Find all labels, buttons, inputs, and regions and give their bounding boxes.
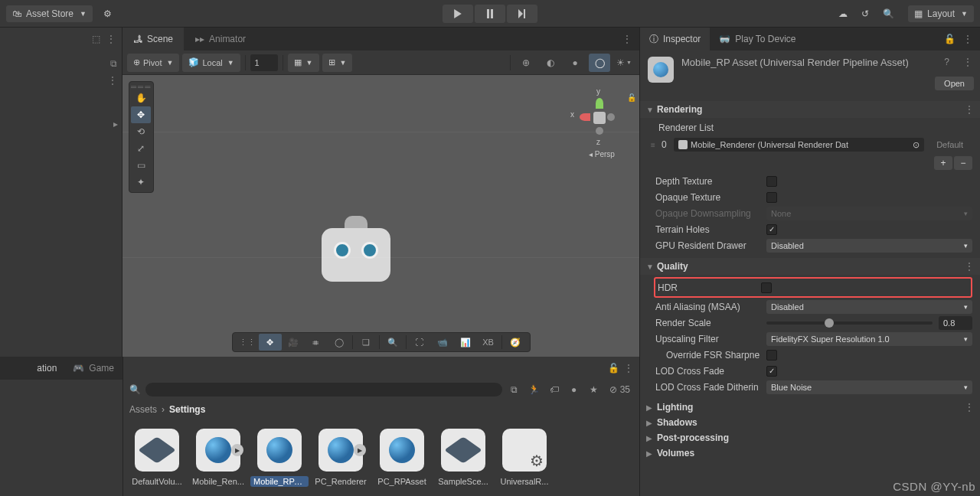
filter-star-icon[interactable]: ★ — [586, 384, 602, 395]
tab-inspector[interactable]: ⓘ Inspector — [640, 28, 710, 51]
lod-cross-checkbox[interactable]: ✓ — [766, 366, 777, 377]
lock-icon[interactable]: 🔓 — [944, 34, 956, 44]
component-menu-icon[interactable]: ⋮ — [963, 57, 972, 67]
rotate-tool[interactable]: ⟲ — [131, 123, 151, 140]
draw-mode-shaded-wire[interactable]: ● — [564, 54, 586, 72]
asset-item[interactable]: SampleSce... — [433, 426, 494, 490]
step-button[interactable] — [507, 5, 537, 23]
search-icon[interactable]: 🔍 — [883, 8, 894, 19]
lock-icon[interactable]: ⬚ — [92, 34, 100, 44]
hand-tool[interactable]: ✋ — [131, 90, 151, 106]
cloud-icon[interactable]: ☁ — [838, 8, 848, 19]
render-scale-value[interactable]: 0.8 — [939, 316, 972, 330]
filter-type-icon[interactable]: 🏃 — [527, 384, 542, 395]
expand-handle-icon[interactable]: ▸ — [113, 119, 118, 129]
tab-animator[interactable]: ▸▸ Animator — [185, 28, 257, 51]
section-menu-icon[interactable]: ⋮ — [965, 104, 974, 115]
asset-store-dropdown[interactable]: 🛍 Asset Store ▼ — [6, 5, 93, 22]
scale-tool[interactable]: ⤢ — [131, 140, 151, 157]
section-postprocessing[interactable]: ▶ Post-processing — [640, 430, 980, 445]
draw-mode-wireframe[interactable]: ⊕ — [515, 54, 537, 72]
draw-mode-shaded[interactable]: ◐ — [540, 54, 561, 72]
snap-increment-toggle[interactable]: ⊞▼ — [322, 54, 353, 72]
breadcrumb-settings[interactable]: Settings — [169, 404, 205, 415]
move-tool[interactable]: ✥ — [131, 106, 151, 123]
section-rendering[interactable]: ▼ Rendering ⋮ — [640, 101, 980, 118]
open-button[interactable]: Open — [935, 77, 974, 90]
lighting-toggle[interactable]: ☀▼ — [613, 54, 635, 72]
section-lighting[interactable]: ▶ Lighting ⋮ — [640, 400, 980, 415]
object-picker-icon[interactable]: ⊙ — [913, 140, 920, 150]
section-quality[interactable]: ▼ Quality ⋮ — [640, 258, 980, 275]
renderer-object-field[interactable]: Mobile_Renderer (Universal Renderer Dat … — [674, 138, 924, 152]
section-menu-icon[interactable]: ⋮ — [965, 261, 974, 272]
hdr-checkbox[interactable] — [761, 282, 772, 293]
filter-warn-icon[interactable]: ● — [567, 384, 582, 395]
pivot-toggle[interactable]: ⊕ Pivot ▼ — [127, 54, 179, 72]
msaa-dropdown[interactable]: Disabled — [766, 300, 972, 314]
hierarchy-toggle-icon[interactable]: ⧉ — [110, 58, 117, 69]
overlay-metrics-icon[interactable]: ⩩ — [305, 334, 328, 351]
orientation-gizmo[interactable]: 🔓 y x z ◂ Persp — [569, 84, 630, 161]
gpu-resident-dropdown[interactable]: Disabled — [766, 239, 972, 253]
overlay-move-icon[interactable]: ✥ — [259, 334, 282, 351]
remove-renderer-button[interactable]: − — [954, 156, 972, 170]
tab-overflow-icon[interactable]: ⋮ — [615, 28, 639, 51]
asset-item[interactable]: ▶Mobile_Ren... — [188, 426, 249, 490]
scene-viewport[interactable]: ═══ ✋ ✥ ⟲ ⤢ ▭ ✦ 🔓 y x z — [122, 75, 639, 357]
layout-dropdown[interactable]: ▦ Layout ▼ — [908, 5, 974, 22]
play-button[interactable] — [443, 5, 473, 23]
asset-item[interactable]: ▶PC_Renderer — [310, 426, 371, 490]
asset-item[interactable]: Mobile_RPA... — [249, 426, 310, 490]
asset-item[interactable]: PC_RPAsset — [371, 426, 433, 490]
fsr-sharp-checkbox[interactable] — [766, 350, 777, 361]
overlay-handle-icon[interactable]: ⋮⋮ — [236, 334, 259, 351]
add-renderer-button[interactable]: + — [934, 156, 952, 170]
overlay-stats-icon[interactable]: 📊 — [454, 334, 477, 351]
transform-tool[interactable]: ✦ — [131, 174, 151, 191]
panel-menu-icon[interactable]: ⋮ — [106, 34, 116, 44]
lod-dither-dropdown[interactable]: Blue Noise — [766, 380, 972, 394]
panel-menu-icon[interactable]: ⋮ — [963, 34, 972, 44]
overlay-shading-icon[interactable]: ◯ — [328, 334, 351, 351]
tab-game[interactable]: 🎮 Game — [65, 357, 122, 380]
filter-label-icon[interactable]: 🏷 — [547, 384, 562, 395]
default-renderer-button[interactable]: Default — [927, 139, 972, 151]
overlay-compass-icon[interactable]: 🧭 — [504, 334, 527, 351]
section-menu-icon[interactable]: ⋮ — [965, 402, 974, 413]
render-scale-slider[interactable] — [766, 321, 933, 325]
pause-button[interactable] — [475, 5, 505, 23]
tab-play-to-device[interactable]: 🥽 Play To Device — [710, 28, 805, 51]
overlay-search-icon[interactable]: 🔍 — [381, 334, 404, 351]
overlay-camera2-icon[interactable]: 📹 — [431, 334, 454, 351]
local-toggle[interactable]: 🧊 Local ▼ — [182, 54, 240, 72]
skybox-toggle[interactable]: ◯ — [589, 54, 610, 72]
tab-scene[interactable]: 🏞 Scene — [122, 28, 185, 51]
lock-icon[interactable]: 🔓 — [608, 363, 619, 374]
opaque-texture-checkbox[interactable] — [766, 192, 777, 203]
panel-menu-icon[interactable]: ⋮ — [108, 75, 117, 86]
filter-hierarchy-icon[interactable]: ⧉ — [507, 384, 522, 395]
rect-tool[interactable]: ▭ — [131, 157, 151, 174]
depth-texture-checkbox[interactable] — [766, 176, 777, 187]
palette-drag-handle[interactable]: ═══ — [131, 83, 152, 90]
overlay-layers-icon[interactable]: ❏ — [354, 334, 377, 351]
history-icon[interactable]: ↺ — [861, 8, 869, 19]
drag-handle-icon[interactable]: ≡ — [651, 141, 658, 149]
scene-object-robot[interactable] — [322, 213, 390, 282]
overlay-xb-button[interactable]: XB — [477, 334, 500, 351]
breadcrumb-assets[interactable]: Assets — [129, 404, 157, 415]
overlay-camera-icon[interactable]: 🎥 — [282, 334, 305, 351]
section-shadows[interactable]: ▶ Shadows — [640, 415, 980, 430]
terrain-holes-checkbox[interactable]: ✓ — [766, 224, 777, 235]
panel-menu-icon[interactable]: ⋮ — [624, 363, 633, 374]
upscaling-dropdown[interactable]: FidelityFX Super Resolution 1.0 — [766, 332, 972, 346]
section-volumes[interactable]: ▶ Volumes — [640, 445, 980, 461]
snap-grid-toggle[interactable]: ▦▼ — [288, 54, 319, 72]
gizmo-lock-icon[interactable]: 🔓 — [627, 93, 636, 102]
asset-item[interactable]: UniversalR... — [494, 426, 555, 490]
overlay-fullscreen-icon[interactable]: ⛶ — [408, 334, 431, 351]
help-icon[interactable]: ? — [944, 57, 949, 67]
tab-animation[interactable]: ation — [37, 363, 57, 374]
grid-step-input[interactable] — [250, 54, 278, 71]
